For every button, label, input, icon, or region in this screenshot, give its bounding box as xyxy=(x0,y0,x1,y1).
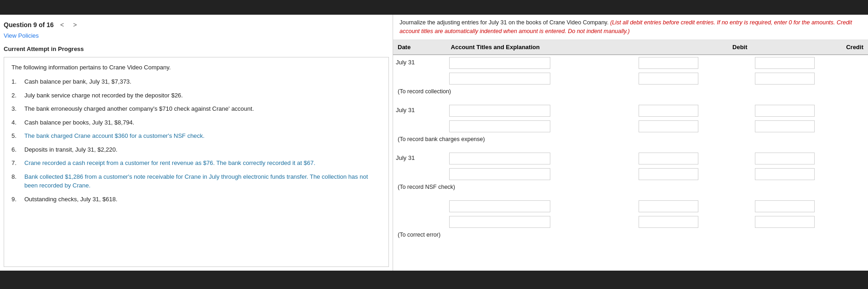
credit-cell xyxy=(752,214,868,230)
account-input-1-0[interactable] xyxy=(449,105,550,117)
item-number: 2. xyxy=(11,91,24,100)
note-cell: (To record NSF check) xyxy=(393,182,868,195)
credit-input-2-1[interactable] xyxy=(755,168,815,180)
question-nav: Question 9 of 16 < > xyxy=(0,15,393,32)
debit-input-3-0[interactable] xyxy=(639,200,698,212)
account-cell xyxy=(446,151,636,166)
header-credit: Credit xyxy=(752,40,868,55)
account-input-2-0[interactable] xyxy=(449,153,550,164)
debit-input-2-0[interactable] xyxy=(639,153,698,164)
date-cell: July 31 xyxy=(393,55,446,86)
list-item: 5.The bank charged Crane account $360 fo… xyxy=(11,131,381,141)
debit-cell xyxy=(636,103,752,119)
credit-cell xyxy=(752,198,868,214)
table-row xyxy=(393,166,868,182)
credit-cell xyxy=(752,55,868,71)
spacer-row xyxy=(393,243,868,246)
item-text: Cash balance per bank, July 31, $7,373. xyxy=(24,77,131,86)
debit-cell xyxy=(636,119,752,134)
prev-arrow[interactable]: < xyxy=(57,20,67,29)
journal-table: Date Account Titles and Explanation Debi… xyxy=(393,40,868,246)
account-input-3-0[interactable] xyxy=(449,200,550,212)
date-cell: July 31 xyxy=(393,103,446,134)
item-number: 7. xyxy=(11,159,24,168)
note-row: (To record NSF check) xyxy=(393,182,868,195)
list-item: 9.Outstanding checks, July 31, $618. xyxy=(11,195,381,204)
item-text: July bank service charge not recorded by… xyxy=(24,91,183,100)
table-row xyxy=(393,198,868,214)
account-cell xyxy=(446,103,636,119)
left-panel: Question 9 of 16 < > View Policies Curre… xyxy=(0,15,393,271)
credit-input-1-1[interactable] xyxy=(755,120,815,132)
list-item: 1.Cash balance per bank, July 31, $7,373… xyxy=(11,77,381,86)
credit-cell xyxy=(752,166,868,182)
spacer-row xyxy=(393,147,868,151)
item-text: Outstanding checks, July 31, $618. xyxy=(24,195,117,204)
date-cell xyxy=(393,198,446,230)
account-input-0-0[interactable] xyxy=(449,57,550,69)
debit-cell xyxy=(636,214,752,230)
next-arrow[interactable]: > xyxy=(70,20,80,29)
account-input-0-1[interactable] xyxy=(449,73,550,85)
note-row: (To record collection) xyxy=(393,86,868,99)
spacer-row xyxy=(393,99,868,103)
journal-body: July 31(To record collection)July 31(To … xyxy=(393,55,868,246)
instruction-bar: Journalize the adjusting entries for Jul… xyxy=(393,15,868,40)
item-number: 1. xyxy=(11,77,24,86)
account-cell xyxy=(446,119,636,134)
view-policies-link[interactable]: View Policies xyxy=(0,32,393,43)
right-panel: Journalize the adjusting entries for Jul… xyxy=(393,15,868,271)
question-label: Question 9 of 16 xyxy=(4,21,54,28)
item-text: Cash balance per books, July 31, $8,794. xyxy=(24,118,134,127)
instruction-text: Journalize the adjusting entries for Jul… xyxy=(400,19,609,26)
list-item: 2.July bank service charge not recorded … xyxy=(11,91,381,100)
table-row xyxy=(393,119,868,134)
debit-cell xyxy=(636,151,752,166)
account-input-2-1[interactable] xyxy=(449,168,550,180)
debit-input-2-1[interactable] xyxy=(639,168,698,180)
note-row: (To correct error) xyxy=(393,230,868,243)
debit-input-0-0[interactable] xyxy=(639,57,698,69)
account-input-1-1[interactable] xyxy=(449,120,550,132)
account-cell xyxy=(446,166,636,182)
main-container: Question 9 of 16 < > View Policies Curre… xyxy=(0,15,868,271)
debit-input-1-1[interactable] xyxy=(639,120,698,132)
item-number: 9. xyxy=(11,195,24,204)
table-row xyxy=(393,71,868,86)
debit-cell xyxy=(636,55,752,71)
debit-input-1-0[interactable] xyxy=(639,105,698,117)
credit-cell xyxy=(752,151,868,166)
item-number: 4. xyxy=(11,118,24,127)
table-row: July 31 xyxy=(393,151,868,166)
credit-input-3-0[interactable] xyxy=(755,200,815,212)
header-date: Date xyxy=(393,40,446,55)
credit-cell xyxy=(752,119,868,134)
question-box: The following information pertains to Cr… xyxy=(4,57,389,267)
account-cell xyxy=(446,71,636,86)
account-cell xyxy=(446,214,636,230)
debit-input-3-1[interactable] xyxy=(639,216,698,228)
credit-input-2-0[interactable] xyxy=(755,153,815,164)
date-cell: July 31 xyxy=(393,151,446,182)
item-number: 3. xyxy=(11,104,24,113)
credit-input-1-0[interactable] xyxy=(755,105,815,117)
bottom-bar xyxy=(0,271,868,289)
item-text: Bank collected $1,286 from a customer's … xyxy=(24,172,381,190)
list-item: 7.Crane recorded a cash receipt from a c… xyxy=(11,159,381,168)
table-row xyxy=(393,214,868,230)
list-item: 6.Deposits in transit, July 31, $2,220. xyxy=(11,145,381,154)
note-row: (To record bank charges expense) xyxy=(393,134,868,147)
account-cell xyxy=(446,198,636,214)
table-row: July 31 xyxy=(393,103,868,119)
account-input-3-1[interactable] xyxy=(449,216,550,228)
debit-input-0-1[interactable] xyxy=(639,73,698,85)
header-debit: Debit xyxy=(636,40,752,55)
credit-cell xyxy=(752,103,868,119)
debit-cell xyxy=(636,198,752,214)
list-item: 3.The bank erroneously charged another c… xyxy=(11,104,381,113)
credit-cell xyxy=(752,71,868,86)
credit-input-0-1[interactable] xyxy=(755,73,815,85)
item-text: Crane recorded a cash receipt from a cus… xyxy=(24,159,315,168)
credit-input-3-1[interactable] xyxy=(755,216,815,228)
credit-input-0-0[interactable] xyxy=(755,57,815,69)
